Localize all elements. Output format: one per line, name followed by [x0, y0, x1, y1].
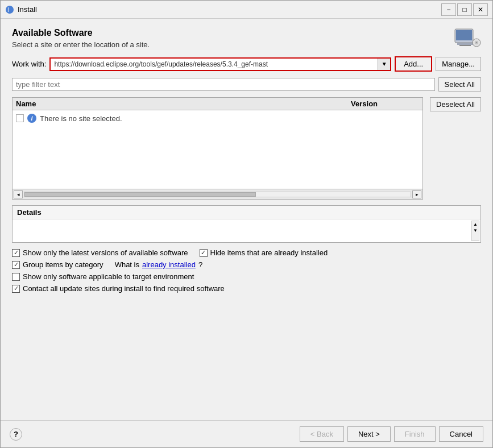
details-section: Details ▲ ▼ — [12, 205, 481, 243]
svg-rect-5 — [459, 45, 471, 46]
scroll-track[interactable] — [24, 192, 411, 197]
work-with-input[interactable] — [51, 59, 378, 70]
install-icon: I — [5, 5, 14, 14]
details-scroll-down[interactable]: ▼ — [473, 227, 478, 234]
options-row-2: Group items by category What is already … — [12, 260, 481, 269]
header-section: Available Software Select a site or ente… — [12, 28, 481, 51]
contact-all-checkbox[interactable] — [12, 285, 20, 293]
show-applicable-option: Show only software applicable to target … — [12, 272, 194, 281]
footer-left: ? — [10, 428, 22, 441]
help-button[interactable]: ? — [10, 428, 22, 441]
show-applicable-label: Show only software applicable to target … — [23, 272, 194, 281]
hide-installed-checkbox[interactable] — [200, 249, 208, 257]
window-title: Install — [18, 5, 37, 14]
info-icon: i — [27, 114, 36, 123]
no-site-text: There is no site selected. — [40, 114, 122, 123]
table-section: Name Version i There is no site selected… — [12, 97, 481, 200]
title-bar-left: I Install — [5, 5, 37, 14]
show-applicable-checkbox[interactable] — [12, 273, 20, 281]
hide-installed-label: Hide items that are already installed — [210, 248, 328, 257]
svg-text:I: I — [7, 7, 9, 13]
group-by-category-label: Group items by category — [23, 260, 103, 269]
group-by-category-checkbox[interactable] — [12, 261, 20, 269]
options-row-4: Contact all update sites during install … — [12, 284, 481, 293]
contact-all-label: Contact all update sites during install … — [23, 284, 225, 293]
options-row-1: Show only the latest versions of availab… — [12, 248, 481, 257]
back-button[interactable]: < Back — [300, 426, 344, 442]
page-subtitle: Select a site or enter the location of a… — [12, 40, 150, 49]
details-scroll-up[interactable]: ▲ — [473, 221, 478, 227]
details-body: ▲ ▼ — [13, 219, 480, 242]
footer-buttons: < Back Next > Finish Cancel — [300, 426, 483, 442]
options-section: Show only the latest versions of availab… — [12, 248, 481, 293]
svg-rect-4 — [457, 43, 473, 45]
deselect-all-button[interactable]: Deselect All — [430, 97, 481, 111]
install-dialog: I Install − □ ✕ Available Software Selec… — [0, 0, 493, 448]
filter-row: Select All — [12, 77, 481, 92]
col-version-header: Version — [351, 99, 419, 108]
horizontal-scrollbar[interactable]: ◂ ▸ — [13, 189, 422, 199]
what-is-label: What is — [115, 260, 139, 269]
table-header: Name Version — [13, 98, 422, 110]
work-with-combo: ▼ — [49, 57, 391, 71]
work-with-label: Work with: — [12, 60, 46, 68]
filter-input[interactable] — [12, 78, 435, 91]
restore-button[interactable]: □ — [457, 3, 472, 16]
software-install-icon — [454, 28, 481, 51]
cancel-button[interactable]: Cancel — [439, 426, 483, 442]
scroll-thumb[interactable] — [24, 192, 256, 197]
details-header: Details — [13, 206, 480, 219]
options-row-3: Show only software applicable to target … — [12, 272, 481, 281]
header-text: Available Software Select a site or ente… — [12, 28, 150, 49]
table-body: i There is no site selected. — [13, 110, 422, 189]
table-right-buttons: Deselect All — [426, 97, 481, 200]
scroll-right-button[interactable]: ▸ — [412, 190, 421, 198]
title-bar: I Install − □ ✕ — [1, 1, 492, 19]
svg-point-8 — [476, 42, 477, 43]
finish-button[interactable]: Finish — [394, 426, 436, 442]
select-all-button[interactable]: Select All — [438, 77, 481, 92]
contact-all-option: Contact all update sites during install … — [12, 284, 225, 293]
question-mark: ? — [198, 260, 202, 269]
what-is-installed-option: What is already installed ? — [115, 260, 203, 269]
group-by-category-option: Group items by category — [12, 260, 103, 269]
add-button[interactable]: Add... — [395, 56, 432, 72]
show-latest-label: Show only the latest versions of availab… — [23, 248, 188, 257]
work-with-row: Work with: ▼ Add... Manage... — [12, 56, 481, 72]
show-latest-checkbox[interactable] — [12, 249, 20, 257]
next-button[interactable]: Next > — [347, 426, 391, 442]
minimize-button[interactable]: − — [441, 3, 456, 16]
hide-installed-option: Hide items that are already installed — [200, 248, 328, 257]
title-bar-controls: − □ ✕ — [441, 3, 488, 16]
no-site-row: i There is no site selected. — [16, 114, 419, 123]
manage-button[interactable]: Manage... — [436, 57, 481, 71]
close-button[interactable]: ✕ — [473, 3, 488, 16]
footer: ? < Back Next > Finish Cancel — [1, 420, 492, 447]
url-dropdown-button[interactable]: ▼ — [378, 59, 390, 70]
svg-rect-3 — [456, 30, 472, 40]
already-installed-link[interactable]: already installed — [142, 260, 196, 269]
main-content: Available Software Select a site or ente… — [1, 19, 492, 420]
page-title: Available Software — [12, 28, 150, 38]
software-table: Name Version i There is no site selected… — [12, 97, 423, 200]
details-scrollbar[interactable]: ▲ ▼ — [471, 221, 479, 241]
no-site-checkbox[interactable] — [16, 114, 24, 122]
scroll-left-button[interactable]: ◂ — [14, 190, 23, 198]
show-latest-option: Show only the latest versions of availab… — [12, 248, 188, 257]
col-name-header: Name — [16, 99, 351, 108]
